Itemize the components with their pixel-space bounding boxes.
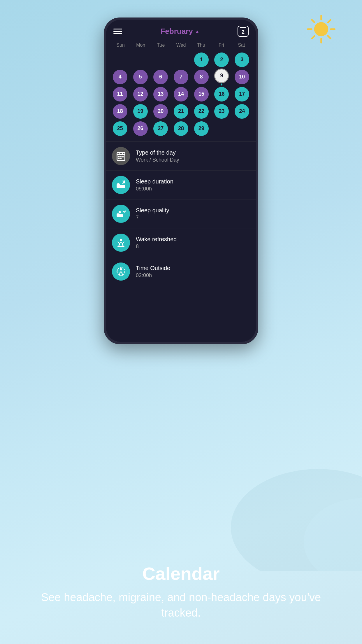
svg-rect-25 xyxy=(117,214,120,215)
info-title-time-outside: Time Outside xyxy=(136,265,170,272)
bottom-title: Calendar xyxy=(23,563,339,584)
calendar-cell[interactable]: 6 xyxy=(151,69,170,85)
calendar-cell[interactable]: 16 xyxy=(212,86,231,102)
calendar-cell[interactable]: 13 xyxy=(151,86,170,102)
calendar-cell[interactable]: 29 xyxy=(192,120,211,136)
app-header: February ▲ 2 xyxy=(106,20,256,40)
month-name: February xyxy=(160,27,193,36)
calendar-cell[interactable]: 8 xyxy=(192,69,211,85)
sleep-duration-icon xyxy=(112,176,130,194)
calendar-day-25[interactable]: 25 xyxy=(113,121,127,136)
calendar-cell[interactable]: 22 xyxy=(192,103,211,119)
calendar-day-10[interactable]: 10 xyxy=(235,70,249,84)
calendar-day-26[interactable]: 26 xyxy=(133,121,148,136)
svg-line-7 xyxy=(328,20,331,22)
info-item-wake-refreshed[interactable]: Wake refreshed8 xyxy=(106,228,256,257)
calendar-day-19[interactable]: 19 xyxy=(133,104,148,119)
calendar-cell[interactable]: 20 xyxy=(151,103,170,119)
calendar-day-22[interactable]: 22 xyxy=(194,104,209,119)
calendar-cell[interactable]: 5 xyxy=(131,69,150,85)
day-header-wed: Wed xyxy=(171,41,191,49)
calendar-day-28[interactable]: 28 xyxy=(174,121,188,136)
info-value-sleep-quality: 7 xyxy=(136,215,169,221)
svg-line-8 xyxy=(312,36,314,38)
calendar-cell[interactable]: 9 xyxy=(212,69,231,85)
calendar-day-20[interactable]: 20 xyxy=(153,104,168,119)
calendar-cell xyxy=(212,120,231,136)
calendar-cell[interactable]: 23 xyxy=(212,103,231,119)
calendar-day-8[interactable]: 8 xyxy=(194,70,209,84)
calendar-day-5[interactable]: 5 xyxy=(133,70,148,84)
info-value-wake-refreshed: 8 xyxy=(136,244,177,250)
calendar-cell[interactable]: 7 xyxy=(171,69,191,85)
calendar-day-6[interactable]: 6 xyxy=(153,70,168,84)
calendar-day-4[interactable]: 4 xyxy=(113,70,127,84)
info-item-time-outside[interactable]: Time Outside03:00h xyxy=(106,257,256,286)
calendar-day-12[interactable]: 12 xyxy=(133,87,148,102)
day-header-fri: Fri xyxy=(211,41,231,49)
sun-icon xyxy=(304,12,339,47)
calendar-day-24[interactable]: 24 xyxy=(235,104,249,119)
calendar-cell[interactable]: 14 xyxy=(171,86,191,102)
info-item-type-of-day[interactable]: Type of the dayWork / School Day xyxy=(106,142,256,171)
day-header-sun: Sun xyxy=(110,41,131,49)
calendar-cell[interactable]: 27 xyxy=(151,120,170,136)
info-title-type-of-day: Type of the day xyxy=(136,149,179,156)
calendar-day-7[interactable]: 7 xyxy=(174,70,188,84)
calendar-cell[interactable]: 21 xyxy=(171,103,191,119)
calendar-day-15[interactable]: 15 xyxy=(194,87,209,102)
day-header-sat: Sat xyxy=(231,41,252,49)
time-outside-icon xyxy=(112,262,130,281)
calendar-day-21[interactable]: 21 xyxy=(174,104,188,119)
calendar-cell[interactable]: 15 xyxy=(192,86,211,102)
info-item-sleep-duration[interactable]: Sleep duration09:00h xyxy=(106,171,256,200)
calendar-day-11[interactable]: 11 xyxy=(113,87,127,102)
today-badge[interactable]: 2 xyxy=(238,26,249,37)
calendar-day-14[interactable]: 14 xyxy=(174,87,188,102)
calendar-day-9[interactable]: 9 xyxy=(214,69,229,83)
calendar-day-17[interactable]: 17 xyxy=(235,87,249,102)
calendar-cell[interactable]: 17 xyxy=(232,86,252,102)
calendar-cell[interactable]: 1 xyxy=(192,52,211,68)
calendar-cell[interactable]: 2 xyxy=(212,52,231,68)
sleep-quality-icon xyxy=(112,205,130,223)
info-title-sleep-quality: Sleep quality xyxy=(136,207,169,214)
calendar-cell[interactable]: 28 xyxy=(171,120,191,136)
svg-line-6 xyxy=(328,36,331,38)
bottom-subtitle: See headache, migraine, and non-headache… xyxy=(23,590,339,621)
hamburger-menu-button[interactable] xyxy=(113,29,122,34)
calendar-day-18[interactable]: 18 xyxy=(113,104,127,119)
info-item-sleep-quality[interactable]: Sleep quality7 xyxy=(106,200,256,228)
info-text-time-outside: Time Outside03:00h xyxy=(136,265,170,279)
calendar-day-13[interactable]: 13 xyxy=(153,87,168,102)
info-value-type-of-day: Work / School Day xyxy=(136,157,179,163)
calendar-day-29[interactable]: 29 xyxy=(194,121,209,136)
calendar-cell[interactable]: 18 xyxy=(110,103,130,119)
svg-point-22 xyxy=(117,183,120,185)
calendar-cell[interactable]: 11 xyxy=(110,86,130,102)
calendar-day-27[interactable]: 27 xyxy=(153,121,168,136)
info-text-sleep-quality: Sleep quality7 xyxy=(136,207,169,221)
calendar-cell[interactable]: 4 xyxy=(110,69,130,85)
calendar-cell[interactable]: 12 xyxy=(131,86,150,102)
phone-device: February ▲ 2 Sun Mon Tue Wed Thu Fri Sat… xyxy=(104,18,258,344)
calendar-day-16[interactable]: 16 xyxy=(214,87,229,102)
calendar-day-3[interactable]: 3 xyxy=(235,52,249,67)
month-title[interactable]: February ▲ xyxy=(160,27,199,36)
svg-rect-18 xyxy=(118,158,120,159)
calendar-day-2[interactable]: 2 xyxy=(214,52,229,67)
info-text-type-of-day: Type of the dayWork / School Day xyxy=(136,149,179,163)
calendar-day-23[interactable]: 23 xyxy=(214,104,229,119)
svg-point-31 xyxy=(124,271,125,272)
calendar-cell[interactable]: 19 xyxy=(131,103,150,119)
svg-rect-27 xyxy=(117,246,124,247)
calendar-cell[interactable]: 24 xyxy=(232,103,252,119)
calendar-cell[interactable]: 26 xyxy=(131,120,150,136)
info-title-sleep-duration: Sleep duration xyxy=(136,178,173,185)
svg-rect-16 xyxy=(120,156,122,158)
info-title-wake-refreshed: Wake refreshed xyxy=(136,236,177,243)
calendar-cell[interactable]: 25 xyxy=(110,120,130,136)
calendar-cell[interactable]: 10 xyxy=(232,69,252,85)
calendar-day-1[interactable]: 1 xyxy=(194,52,209,67)
calendar-cell[interactable]: 3 xyxy=(232,52,252,68)
